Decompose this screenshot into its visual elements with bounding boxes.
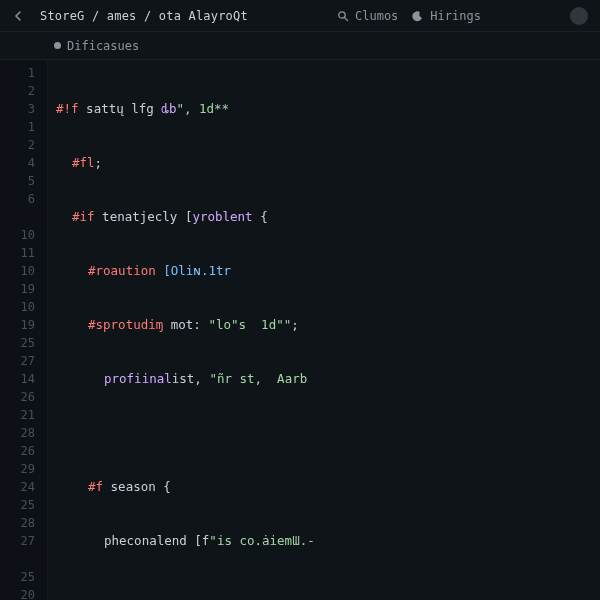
svg-line-1 bbox=[345, 17, 348, 20]
modified-dot-icon bbox=[54, 42, 61, 49]
breadcrumb[interactable]: StoreG / ames / ota AlayroQt bbox=[40, 9, 248, 23]
line-number: 20 bbox=[0, 586, 35, 600]
search-label: Clumos bbox=[355, 9, 398, 23]
tab-file[interactable]: Dificasues bbox=[48, 37, 145, 55]
line-number: 28 bbox=[0, 424, 35, 442]
topbar: StoreG / ames / ota AlayroQt Clumos Hiri… bbox=[0, 0, 600, 32]
line-number: 25 bbox=[0, 334, 35, 352]
line-number: 1 bbox=[0, 118, 35, 136]
line-gutter: 1231245610111019101925271426212826292425… bbox=[0, 60, 48, 600]
line-number: 26 bbox=[0, 442, 35, 460]
line-number: 2 bbox=[0, 136, 35, 154]
editor: 1231245610111019101925271426212826292425… bbox=[0, 60, 600, 600]
line-number: 6 bbox=[0, 190, 35, 208]
line-number: 25 bbox=[0, 568, 35, 586]
line-number: 21 bbox=[0, 406, 35, 424]
line-number: 10 bbox=[0, 298, 35, 316]
tabstrip: Dificasues bbox=[0, 32, 600, 60]
line-number: 11 bbox=[0, 244, 35, 262]
line-number: 25 bbox=[0, 496, 35, 514]
line-number bbox=[0, 550, 35, 568]
line-number: 19 bbox=[0, 280, 35, 298]
hirings-action[interactable]: Hirings bbox=[412, 9, 481, 23]
code-area[interactable]: #!f sattų lfg ȡb", 1d** #fl; #if tenatje… bbox=[48, 60, 600, 600]
line-number: 24 bbox=[0, 478, 35, 496]
line-number: 2 bbox=[0, 82, 35, 100]
line-number: 14 bbox=[0, 370, 35, 388]
line-number: 28 bbox=[0, 514, 35, 532]
hirings-label: Hirings bbox=[430, 9, 481, 23]
line-number: 4 bbox=[0, 154, 35, 172]
line-number: 3 bbox=[0, 100, 35, 118]
tab-label: Dificasues bbox=[67, 39, 139, 53]
line-number bbox=[0, 208, 35, 226]
line-number: 29 bbox=[0, 460, 35, 478]
line-number: 27 bbox=[0, 352, 35, 370]
line-number: 26 bbox=[0, 388, 35, 406]
moon-icon bbox=[412, 10, 424, 22]
avatar[interactable] bbox=[570, 7, 588, 25]
line-number: 10 bbox=[0, 262, 35, 280]
line-number: 5 bbox=[0, 172, 35, 190]
search-icon bbox=[337, 10, 349, 22]
search-action[interactable]: Clumos bbox=[337, 9, 398, 23]
line-number: 1 bbox=[0, 64, 35, 82]
line-number: 19 bbox=[0, 316, 35, 334]
line-number: 27 bbox=[0, 532, 35, 550]
line-number: 10 bbox=[0, 226, 35, 244]
back-arrow-icon[interactable] bbox=[12, 9, 26, 23]
